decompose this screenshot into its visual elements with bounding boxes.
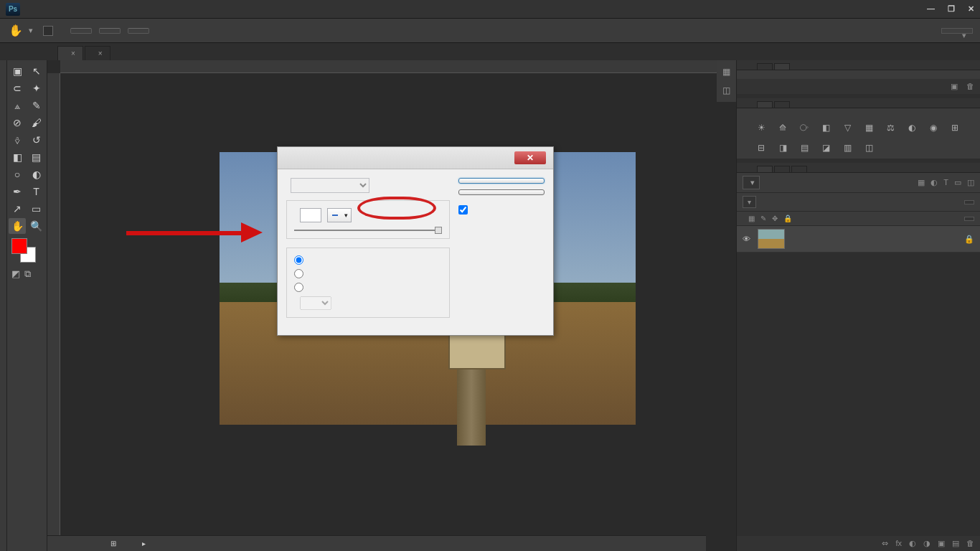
- delete-swatch-icon[interactable]: 🗑: [966, 82, 974, 91]
- histogram-icon[interactable]: ▦: [719, 65, 734, 79]
- channel-mixer-icon[interactable]: ⊞: [948, 121, 962, 134]
- fit-screen-button[interactable]: [99, 28, 121, 34]
- stamp-tool[interactable]: ⎀: [9, 132, 26, 148]
- color-tab[interactable]: [757, 63, 773, 70]
- posterize-icon[interactable]: ▤: [797, 141, 811, 154]
- navigator-icon[interactable]: ◫: [719, 83, 734, 98]
- new-swatch-icon[interactable]: ▣: [951, 82, 958, 91]
- lock-all-icon[interactable]: 🔒: [783, 215, 792, 222]
- screenmode-icon[interactable]: ⧉: [24, 268, 31, 280]
- ok-button[interactable]: [458, 178, 545, 184]
- link-layers-icon[interactable]: ⇔: [882, 539, 888, 548]
- document-tab[interactable]: ×: [57, 46, 83, 60]
- visibility-icon[interactable]: 👁: [743, 235, 750, 243]
- lock-pos-icon[interactable]: ✥: [772, 215, 778, 222]
- adjustments-tab[interactable]: [757, 101, 773, 108]
- full-screen-button[interactable]: [128, 28, 149, 34]
- nav-icon[interactable]: ⊞: [110, 540, 116, 547]
- vibrance-icon[interactable]: ▽: [840, 121, 854, 134]
- magic-wand-tool[interactable]: ✦: [28, 80, 45, 96]
- lasso-tool[interactable]: ⊂: [9, 80, 26, 96]
- window-minimize-icon[interactable]: —: [927, 4, 935, 14]
- format-baseline-radio[interactable]: [294, 255, 303, 265]
- status-arrow-icon[interactable]: ▸: [142, 540, 146, 547]
- filter-smart-icon[interactable]: ◫: [967, 178, 974, 187]
- fx-icon[interactable]: fx: [895, 539, 902, 548]
- eyedropper-tool[interactable]: ✎: [28, 98, 45, 113]
- dialog-close-button[interactable]: ✕: [514, 151, 546, 164]
- fill-adjust-icon[interactable]: ◑: [923, 539, 930, 548]
- gradient-map-icon[interactable]: ▥: [840, 141, 854, 154]
- gradient-tool[interactable]: ▤: [28, 149, 45, 165]
- photo-filter-icon[interactable]: ◉: [926, 121, 941, 134]
- color-swatch[interactable]: [9, 238, 45, 264]
- lock-paint-icon[interactable]: ✎: [760, 215, 766, 222]
- direct-select-tool[interactable]: ↗: [9, 201, 26, 217]
- new-layer-icon[interactable]: ▤: [952, 539, 959, 548]
- path-select-tool[interactable]: ↖: [28, 63, 45, 79]
- curves-icon[interactable]: ⧂: [797, 121, 811, 134]
- blend-mode-select[interactable]: ▾: [743, 196, 756, 208]
- hue-icon[interactable]: ▦: [862, 121, 876, 134]
- move-tool[interactable]: ▣: [9, 63, 26, 79]
- mask-icon[interactable]: ◐: [909, 539, 916, 548]
- selective-color-icon[interactable]: ◫: [862, 141, 876, 154]
- shape-tool[interactable]: ▭: [28, 201, 45, 217]
- preview-checkbox[interactable]: [458, 205, 468, 215]
- canvas-area[interactable]: ✕: [47, 60, 736, 551]
- dialog-titlebar[interactable]: ✕: [278, 147, 553, 169]
- type-tool[interactable]: T: [28, 184, 45, 199]
- format-progressive-radio[interactable]: [294, 283, 303, 292]
- hand-tool[interactable]: ✋: [9, 218, 26, 234]
- filter-adjust-icon[interactable]: ◐: [930, 178, 938, 187]
- eraser-tool[interactable]: ◧: [9, 149, 26, 165]
- healing-brush-tool[interactable]: ⊘: [9, 115, 26, 131]
- zoom-tool[interactable]: 🔍: [28, 218, 45, 234]
- close-tab-icon[interactable]: ×: [98, 50, 103, 57]
- styles-tab[interactable]: [774, 101, 790, 108]
- filter-type-icon[interactable]: T: [943, 178, 948, 187]
- blur-tool[interactable]: ○: [9, 166, 26, 182]
- scroll-all-checkbox[interactable]: [43, 26, 53, 36]
- brightness-icon[interactable]: ☀: [754, 121, 768, 134]
- crop-tool[interactable]: ⟁: [9, 98, 26, 113]
- lock-trans-icon[interactable]: ▦: [748, 215, 755, 222]
- document-tab[interactable]: ×: [85, 46, 110, 60]
- quality-input[interactable]: [300, 208, 321, 222]
- bw-icon[interactable]: ◐: [905, 121, 919, 134]
- exposure-icon[interactable]: ◧: [819, 121, 833, 134]
- swatches-tab[interactable]: [774, 63, 790, 70]
- filter-shape-icon[interactable]: ▭: [954, 178, 961, 187]
- pen-tool[interactable]: ✒: [9, 184, 26, 199]
- hand-tool-icon[interactable]: ✋: [7, 22, 24, 39]
- threshold-icon[interactable]: ◪: [819, 141, 833, 154]
- invert-icon[interactable]: ◨: [776, 141, 790, 154]
- brush-tool[interactable]: 🖌: [28, 115, 45, 131]
- layer-kind-filter[interactable]: ▾: [743, 176, 760, 189]
- fill-value[interactable]: [964, 217, 974, 221]
- close-tab-icon[interactable]: ×: [71, 50, 75, 57]
- channels-tab[interactable]: [774, 166, 790, 172]
- group-icon[interactable]: ▣: [938, 539, 945, 548]
- window-close-icon[interactable]: ✕: [968, 4, 974, 14]
- filter-pixel-icon[interactable]: ▦: [918, 178, 925, 187]
- quickmask-icon[interactable]: ◩: [11, 268, 20, 280]
- layers-tab[interactable]: [757, 166, 773, 172]
- workspace-selector[interactable]: [941, 28, 973, 34]
- history-brush-tool[interactable]: ↺: [28, 132, 45, 148]
- foreground-color[interactable]: [11, 238, 27, 254]
- paths-tab[interactable]: [791, 166, 807, 172]
- layer-item[interactable]: 👁 🔒: [737, 226, 980, 253]
- levels-icon[interactable]: ⟰: [776, 121, 790, 134]
- color-balance-icon[interactable]: ⚖: [883, 121, 897, 134]
- zoom-100-button[interactable]: [70, 28, 92, 34]
- quality-preset-dropdown[interactable]: [327, 208, 352, 222]
- lookup-icon[interactable]: ⊟: [754, 141, 768, 154]
- delete-layer-icon[interactable]: 🗑: [966, 539, 974, 548]
- cancel-button[interactable]: [458, 189, 545, 195]
- layer-thumbnail[interactable]: [758, 229, 785, 249]
- dodge-tool[interactable]: ◐: [28, 166, 45, 182]
- quality-slider[interactable]: [294, 230, 442, 231]
- tool-preset-dropdown[interactable]: ▾: [29, 26, 36, 35]
- window-restore-icon[interactable]: ❐: [948, 4, 955, 14]
